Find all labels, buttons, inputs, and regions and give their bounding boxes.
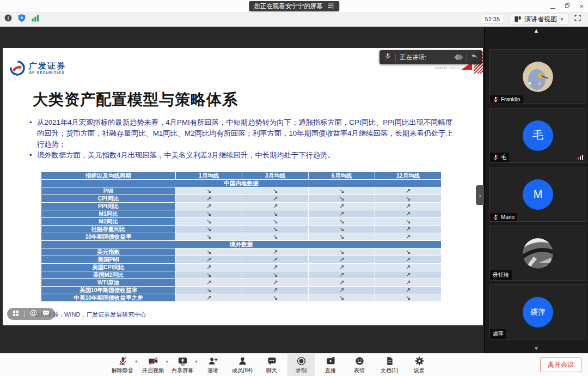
chevron-up-icon[interactable]: ▲ (165, 359, 169, 363)
trend-arrow-cell: ↘ (309, 248, 375, 256)
record-button[interactable]: 录制 (287, 354, 315, 376)
section-row: 境外数据 (41, 241, 442, 248)
table-row: 中美10年期国债收益率之差↗↘↘↘ (41, 294, 442, 302)
unmute-button[interactable]: 解除静音 (109, 354, 136, 376)
screen-share-icon (177, 356, 188, 366)
chat-icon (267, 356, 277, 366)
trend-arrow-cell: ↘ (176, 218, 242, 226)
chevron-down-icon: ▼ (560, 17, 564, 22)
view-mode-button[interactable]: 演讲者视图 ▼ (510, 14, 568, 25)
mic-muted-icon (493, 155, 499, 161)
control-label: 设置 (414, 367, 425, 374)
participant-tile[interactable]: MMario (489, 167, 586, 222)
participant-tile[interactable]: Franklin (489, 49, 586, 104)
gf-securities-logo: 广发证券 GF SECURITIES (9, 60, 66, 76)
trend-arrow-cell: ↘ (309, 187, 375, 195)
live-button[interactable]: 直播 (317, 354, 344, 376)
emoji-button[interactable]: 表情 (346, 354, 373, 376)
annotation-toolbar (7, 308, 55, 320)
trend-arrow-cell: ↗ (176, 195, 242, 203)
trend-arrow-cell: ↗ (176, 256, 242, 264)
invite-button[interactable]: 邀请 (199, 354, 226, 376)
close-button[interactable]: × (579, 3, 584, 10)
layout-grid-icon[interactable] (13, 309, 19, 319)
sidebar-collapse-handle[interactable]: › (476, 185, 484, 205)
trend-arrow-cell: ↗ (309, 271, 375, 279)
bullet-item: 境外数据方面，美元指数4月出现回落，中美名义利差3月继续回升，中长期均处于下行趋… (28, 150, 456, 161)
screen-share-area: 广发证券 GF SECURITIES 大类资产配置模型与策略体系 从2021年4… (0, 26, 484, 353)
table-row: 10年期国债收益率↘↘↘↗ (41, 233, 442, 241)
fullscreen-icon[interactable] (574, 14, 581, 24)
settings-button[interactable]: 设置 (406, 354, 433, 376)
trend-arrow-cell: ↗ (309, 256, 375, 264)
members-button[interactable]: 成员(84) (229, 354, 256, 376)
trend-arrow-cell: ↘ (309, 233, 375, 241)
trend-arrow-cell: ↗ (375, 210, 442, 218)
view-mode-label: 演讲者视图 (524, 15, 557, 24)
table-row: PMI↘↘↘↗ (41, 187, 442, 195)
meeting-timer: 51:35 (481, 15, 505, 23)
row-label: 社融存量同比 (41, 226, 176, 233)
live-icon (326, 356, 336, 366)
minimize-button[interactable] (550, 1, 555, 11)
participant-tile[interactable]: 毛毛 (489, 108, 586, 163)
trend-arrow-cell: ↗ (309, 210, 375, 218)
maximize-button[interactable] (564, 1, 571, 11)
leave-meeting-button[interactable]: 离开会议 (540, 357, 581, 372)
network-signal-icon[interactable] (31, 14, 40, 25)
emoji-icon (354, 356, 365, 366)
start-video-button[interactable]: 开启视频 (139, 354, 167, 376)
trend-arrow-cell: ↗ (242, 248, 309, 256)
table-row: M1同比↘↘↗↗ (41, 210, 442, 218)
participant-tile[interactable]: 毋轩琦 (489, 226, 586, 281)
control-label: 开启视频 (142, 367, 164, 374)
trend-arrow-cell: ↘ (242, 210, 309, 218)
chat-button[interactable]: 聊天 (258, 354, 285, 376)
control-label: 直播 (325, 367, 336, 374)
row-label: M2同比 (41, 218, 176, 226)
participant-tile[interactable]: 裘萍裘萍 (489, 284, 586, 339)
speaking-label: 正在讲话: (400, 53, 426, 62)
trend-arrow-cell: ↘ (242, 294, 309, 302)
control-label: 录制 (296, 367, 307, 374)
trend-arrow-cell: ↘ (375, 195, 442, 203)
row-label: 10年期国债收益率 (41, 233, 176, 241)
gear-icon (414, 356, 425, 366)
slide-title: 大类资产配置模型与策略体系 (33, 89, 238, 110)
trend-arrow-cell: ↗ (242, 279, 309, 287)
row-label: 美国CPI同比 (41, 264, 176, 271)
chat-icon[interactable] (42, 309, 50, 319)
scroll-up-icon[interactable]: ▲ (485, 27, 588, 34)
reply-arrow-icon[interactable] (470, 52, 478, 62)
chevron-up-icon[interactable]: ▲ (134, 359, 138, 363)
chevron-up-icon[interactable]: ▲ (194, 359, 198, 363)
emoji-icon[interactable] (30, 309, 37, 319)
table-row: CPI同比↗↗↘↘ (41, 195, 442, 203)
trend-arrow-cell: ↗ (242, 287, 309, 294)
scroll-down-icon[interactable]: ▼ (485, 345, 588, 351)
indicator-trend-table: 指标以及均线周期1月均线3月均线6月均线12月均线中国内地数据PMI↘↘↘↗CP… (41, 172, 442, 302)
trend-arrow-cell: ↘ (242, 187, 309, 195)
trend-arrow-cell: ↗ (375, 279, 442, 287)
banner-text: 您正在观看安宁宁的屏幕 (254, 2, 323, 10)
banner-menu-icon[interactable] (327, 2, 334, 10)
table-row: 美国10年期国债收益率↘↗↗↗ (41, 287, 442, 294)
trend-arrow-cell: ↗ (242, 256, 309, 264)
info-icon[interactable] (4, 14, 13, 25)
participant-name-tag: Franklin (490, 95, 523, 104)
main-area: 广发证券 GF SECURITIES 大类资产配置模型与策略体系 从2021年4… (0, 26, 588, 353)
network-signal-icon (578, 155, 584, 160)
screen-watch-banner[interactable]: 您正在观看安宁宁的屏幕 (249, 1, 339, 11)
avatar: M (523, 179, 553, 210)
table-row: WTI原油↗↗↗↗ (41, 279, 442, 287)
shield-icon[interactable] (17, 14, 26, 25)
market-timing-watermark: MARKET TIMING (435, 66, 460, 70)
control-label: 表情 (354, 367, 365, 374)
participant-name-tag: 裘萍 (490, 329, 506, 339)
share-screen-button[interactable]: 共享屏幕 (169, 354, 196, 376)
trend-arrow-cell: ↘ (242, 271, 309, 279)
docs-button[interactable]: 文档(1) (376, 354, 403, 376)
trend-arrow-cell: ↗ (242, 195, 309, 203)
mic-muted-icon (118, 356, 128, 366)
avatar: 裘萍 (523, 297, 553, 328)
